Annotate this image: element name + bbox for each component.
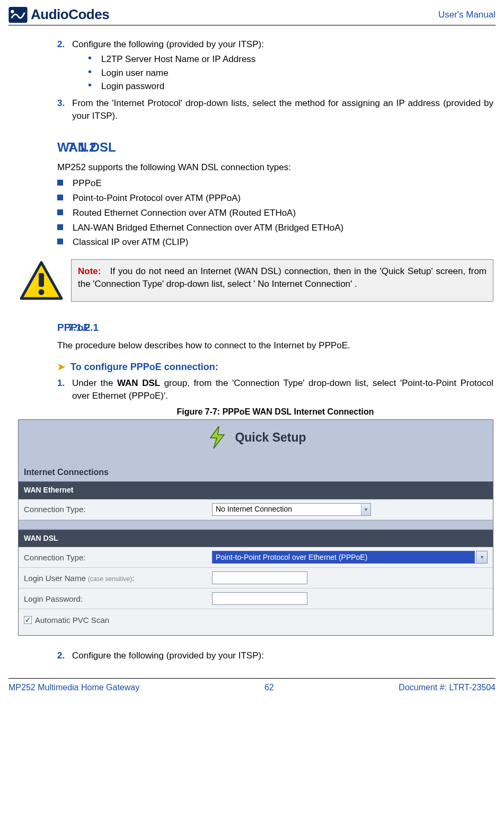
list-item: PPPoE <box>73 177 102 190</box>
figure-caption: Figure 7-7: PPPoE WAN DSL Internet Conne… <box>57 406 493 418</box>
label-colon: : <box>132 574 134 583</box>
section-pppoe-heading: 7.1.2.1 PPPoE <box>57 321 493 335</box>
login-password-input[interactable] <box>212 592 307 605</box>
warning-icon <box>19 260 64 302</box>
eth-connection-type-row: Connection Type: No Internet Connection … <box>19 499 493 520</box>
pppoe-step-2: 2. Configure the following (provided by … <box>57 649 493 662</box>
dsl-dropdown-arrow[interactable]: ▾ <box>476 551 488 564</box>
svg-point-4 <box>39 289 45 295</box>
svg-marker-5 <box>210 426 224 449</box>
footer-right: Document #: LTRT-23504 <box>399 683 496 692</box>
footer-page-number: 62 <box>264 683 274 692</box>
section-wan-dsl-heading: 7.1.2 WAN DSL <box>57 138 493 156</box>
step-number: 2. <box>57 649 72 662</box>
eth-connection-type-dropdown[interactable]: No Internet Connection ▾ <box>212 503 371 516</box>
label-sub: (case sensitive) <box>88 575 132 583</box>
page-header: AudioCodes User's Manual <box>8 6 496 25</box>
step-number: 3. <box>57 97 72 122</box>
login-user-input[interactable] <box>212 572 307 584</box>
wan-dsl-list: PPPoE Point-to-Point Protocol over ATM (… <box>57 177 493 249</box>
page-footer: MP252 Multimedia Home Gateway 62 Documen… <box>8 678 496 699</box>
note-label: Note: <box>78 266 101 276</box>
wan-ethernet-bar: WAN Ethernet <box>19 481 493 499</box>
login-password-row: Login Password: <box>19 588 493 609</box>
step-text: Configure the following (provided by you… <box>72 39 264 49</box>
chevron-down-icon: ▾ <box>361 504 370 515</box>
login-user-row: Login User Name (case sensitive): <box>19 568 493 588</box>
pppoe-step-1: 1. Under the WAN DSL group, from the 'Co… <box>57 377 493 402</box>
spacer <box>19 520 493 530</box>
list-item: Routed Ethernet Connection over ATM (Rou… <box>73 207 296 219</box>
chevron-down-icon: ▾ <box>476 551 487 563</box>
bullet-text: L2TP Server Host Name or IP Address <box>101 53 255 66</box>
step-3: 3. From the 'Internet Protocol' drop-dow… <box>57 97 493 122</box>
dropdown-value: No Internet Connection <box>216 504 361 515</box>
figure-quick-setup: Quick Setup Internet Connections WAN Eth… <box>18 419 493 636</box>
wan-dsl-intro: MP252 supports the following WAN DSL con… <box>57 161 493 174</box>
bullet-text: Login password <box>101 80 164 93</box>
bullet-text: Login user name <box>101 67 169 80</box>
procedure-heading: ➤To configure PPPoE connection: <box>57 361 493 374</box>
logo-text: AudioCodes <box>31 6 109 23</box>
step-number: 2. <box>57 38 72 94</box>
auto-pvc-row: ✓ Automatic PVC Scan <box>19 609 493 635</box>
arrow-icon: ➤ <box>57 362 65 372</box>
dropdown-value: Point-to-Point Protocol over Ethernet (P… <box>216 552 471 563</box>
step-text-bold: WAN DSL <box>117 378 160 388</box>
bullet-icon: • <box>88 80 92 90</box>
step-text-pre: Under the <box>72 378 117 388</box>
connection-type-label: Connection Type: <box>24 504 212 515</box>
header-doc-title: User's Manual <box>438 6 496 20</box>
step-number: 1. <box>57 377 72 402</box>
bullet-icon: • <box>88 53 92 63</box>
square-bullet-icon <box>57 180 63 186</box>
step-text: Configure the following (provided by you… <box>72 651 264 661</box>
procedure-heading-text: To configure PPPoE connection: <box>70 362 218 372</box>
footer-left: MP252 Multimedia Home Gateway <box>8 683 139 692</box>
label-text: Login User Name <box>24 574 88 583</box>
connection-type-label: Connection Type: <box>24 552 212 563</box>
internet-connections-label: Internet Connections <box>19 463 493 481</box>
section-number: 7.1.2 <box>68 138 96 156</box>
dsl-connection-type-dropdown[interactable]: Point-to-Point Protocol over Ethernet (P… <box>212 551 475 564</box>
lightning-icon <box>205 425 228 450</box>
square-bullet-icon <box>57 224 63 230</box>
svg-rect-0 <box>8 7 27 23</box>
square-bullet-icon <box>57 239 63 244</box>
svg-rect-3 <box>39 273 44 287</box>
list-item: LAN-WAN Bridged Ethernet Connection over… <box>73 222 343 234</box>
wan-dsl-bar: WAN DSL <box>19 530 493 548</box>
bullet-icon: • <box>88 67 92 76</box>
auto-pvc-checkbox[interactable]: ✓ <box>24 616 32 624</box>
auto-pvc-label: Automatic PVC Scan <box>35 614 109 626</box>
section-number: 7.1.2.1 <box>68 321 99 335</box>
svg-point-1 <box>11 10 14 13</box>
list-item: Classical IP over ATM (CLIP) <box>73 236 189 249</box>
square-bullet-icon <box>57 209 63 215</box>
note-callout: Note: If you do not need an Internet (WA… <box>19 259 493 302</box>
note-text: If you do not need an Internet (WAN DSL)… <box>78 266 487 289</box>
login-user-label: Login User Name (case sensitive): <box>24 573 212 584</box>
square-bullet-icon <box>57 195 63 200</box>
step-2-bullets: •L2TP Server Host Name or IP Address •Lo… <box>88 53 493 93</box>
logo-icon <box>8 7 28 23</box>
step-2: 2. Configure the following (provided by … <box>57 38 493 94</box>
quick-setup-title: Quick Setup <box>235 429 306 446</box>
pppoe-intro: The procedure below describes how to con… <box>57 339 493 352</box>
step-text: From the 'Internet Protocol' drop-down l… <box>72 98 493 121</box>
list-item: Point-to-Point Protocol over ATM (PPPoA) <box>73 192 241 205</box>
login-password-label: Login Password: <box>24 593 212 604</box>
logo: AudioCodes <box>8 6 109 23</box>
dsl-connection-type-row: Connection Type: Point-to-Point Protocol… <box>19 547 493 568</box>
